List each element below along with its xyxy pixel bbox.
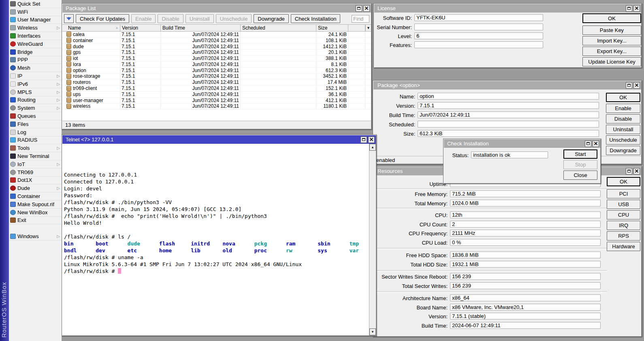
export-key-button[interactable]: Export Key... <box>582 47 641 56</box>
find-input[interactable] <box>352 15 369 23</box>
import-key-button[interactable]: Import Key... <box>582 36 641 45</box>
column-header-name[interactable]: ▲Name <box>62 25 120 31</box>
cpu-button[interactable]: CPU <box>607 210 640 220</box>
build-time-field[interactable]: Jun/07/2024 12:49:11 <box>418 111 599 118</box>
close-button[interactable]: ✕ <box>363 5 370 12</box>
sidebar-item-windows[interactable]: Windows▷ <box>9 232 62 241</box>
scroll-up-button[interactable]: ▲ <box>369 144 376 151</box>
table-row[interactable]: iot7.15.1Jun/07/2024 12:49:11388.1 KiB <box>62 55 371 62</box>
telnet-titlebar[interactable]: Telnet <7> 127.0.0.1 ✕ <box>62 135 376 144</box>
sidebar-item-user-manager[interactable]: User Manager <box>9 16 62 24</box>
resource-value-field[interactable]: 7.15.1 (stable) <box>450 313 601 320</box>
close-button[interactable]: ✕ <box>368 136 375 143</box>
resource-value-field[interactable]: 1024.0 MiB <box>450 200 601 207</box>
disable-button[interactable]: Disable <box>158 14 183 23</box>
check-installation-titlebar[interactable]: Check Installation ✕ <box>444 139 600 148</box>
name-field[interactable]: option <box>418 93 599 100</box>
table-row[interactable]: routeros7.15.1Jun/07/2024 12:49:1117.4 M… <box>62 79 371 85</box>
ok-button[interactable]: OK <box>582 13 641 23</box>
software-id-field[interactable]: YFTK-EK6U <box>414 14 543 21</box>
scroll-down-button[interactable]: ▼ <box>369 328 376 335</box>
sidebar-item-system[interactable]: System▷ <box>9 104 62 112</box>
enable-button[interactable]: Enable <box>606 104 640 113</box>
sidebar-item-wireguard[interactable]: WireGuard <box>9 40 62 48</box>
resource-value-field[interactable]: 156 239 <box>450 273 601 280</box>
package-option-titlebar[interactable]: Package <option> ✕ <box>373 81 641 90</box>
ok-button[interactable]: OK <box>606 93 640 102</box>
irq-button[interactable]: IRQ <box>607 221 640 230</box>
stop-button[interactable]: Stop <box>563 160 597 169</box>
table-row[interactable]: dude7.15.1Jun/07/2024 12:49:111412.1 KiB <box>62 44 371 50</box>
sidebar-item-mesh[interactable]: Mesh <box>9 64 62 72</box>
sidebar-item-ipv6[interactable]: IPv6▷ <box>9 80 62 88</box>
sidebar-item-wireless[interactable]: Wireless▷ <box>9 24 62 32</box>
sidebar-item-mpls[interactable]: MPLS▷ <box>9 88 62 96</box>
sidebar-item-ppp[interactable]: PPP <box>9 56 62 64</box>
table-row[interactable]: user-manager7.15.1Jun/07/2024 12:49:1141… <box>62 98 371 104</box>
sidebar-item-new-winbox[interactable]: New WinBox <box>9 209 62 217</box>
table-row[interactable]: container7.15.1Jun/07/2024 12:49:11108.1… <box>62 38 371 44</box>
column-options-button[interactable]: ▼ <box>365 25 371 31</box>
status-field[interactable]: installation is ok <box>471 151 548 158</box>
resource-value-field[interactable]: 156 239 <box>450 282 601 289</box>
uninstall-button[interactable]: Uninstall <box>186 14 214 23</box>
pci-button[interactable]: PCI <box>607 189 640 198</box>
sidebar-item-quick-set[interactable]: Quick Set <box>9 0 62 8</box>
maximize-button[interactable] <box>626 168 632 175</box>
resource-value-field[interactable]: 2024-06-07 12:49:11 <box>450 322 601 329</box>
sidebar-item-dot1x[interactable]: Dot1X <box>9 177 62 185</box>
sidebar-item-make-supout-rif[interactable]: Make Supout.rif <box>9 200 62 209</box>
sidebar-item-iot[interactable]: IoT▷ <box>9 160 62 168</box>
uninstall-button[interactable]: Uninstall <box>606 125 640 134</box>
update-license-key-button[interactable]: Update License Key <box>582 57 641 66</box>
resource-value-field[interactable]: 1836.8 MiB <box>450 251 601 258</box>
sidebar-item-bridge[interactable]: Bridge <box>9 48 62 56</box>
sidebar-item-queues[interactable]: Queues <box>9 112 62 120</box>
downgrade-button[interactable]: Downgrade <box>606 146 640 155</box>
enable-button[interactable]: Enable <box>131 14 156 23</box>
sidebar-item-interfaces[interactable]: Interfaces <box>9 32 62 40</box>
resource-value-field[interactable]: 12th <box>450 211 601 218</box>
close-button[interactable]: ✕ <box>633 82 640 89</box>
serial-number-field[interactable] <box>414 23 543 30</box>
sidebar-item-routing[interactable]: Routing▷ <box>9 96 62 104</box>
resource-value-field[interactable]: 2 <box>450 221 601 228</box>
resource-value-field[interactable]: 1932.1 MiB <box>450 261 601 268</box>
column-header-version[interactable]: Version <box>120 25 161 31</box>
resource-value-field[interactable]: x86 VMware, Inc. VMware20,1 <box>450 304 601 311</box>
table-row[interactable]: tr069-client7.15.1Jun/07/2024 12:49:1115… <box>62 85 371 92</box>
maximize-button[interactable] <box>626 5 632 12</box>
maximize-button[interactable] <box>360 136 367 143</box>
resource-value-field[interactable]: 715.2 MiB <box>450 190 601 197</box>
check-for-updates-button[interactable]: Check For Updates <box>76 14 129 23</box>
check-installation-button[interactable]: Check Installation <box>291 14 341 23</box>
sidebar-item-log[interactable]: Log <box>9 128 62 136</box>
column-header-scheduled[interactable]: Scheduled <box>241 25 316 31</box>
sidebar-item-files[interactable]: Files <box>9 120 62 128</box>
maximize-button[interactable] <box>356 5 362 12</box>
sidebar-item-tr069[interactable]: TR069 <box>9 168 62 177</box>
terminal-output[interactable]: Connecting to 127.0.0.1Connected to 127.… <box>62 144 369 335</box>
features-field[interactable] <box>414 41 543 48</box>
resource-value-field[interactable]: x86_64 <box>450 294 601 301</box>
downgrade-button[interactable]: Downgrade <box>254 14 289 23</box>
column-header-build-time[interactable]: Build Time <box>161 25 241 31</box>
close-dialog-button[interactable]: Close <box>563 170 597 180</box>
size-field[interactable]: 612.3 KiB <box>418 130 599 137</box>
close-button[interactable]: ✕ <box>633 5 640 12</box>
unschedule-button[interactable]: Unschedule <box>606 135 640 145</box>
table-row[interactable]: ups7.15.1Jun/07/2024 12:49:1136.1 KiB <box>62 92 371 98</box>
sidebar-item-tools[interactable]: Tools▷ <box>9 144 62 152</box>
ok-button[interactable]: OK <box>607 177 640 186</box>
maximize-button[interactable] <box>626 82 632 89</box>
sidebar-item-wifi[interactable]: WiFi <box>9 8 62 16</box>
start-button[interactable]: Start <box>563 149 597 159</box>
scheduled-field[interactable] <box>418 121 599 128</box>
table-row[interactable]: rose-storage7.15.1Jun/07/2024 12:49:1134… <box>62 74 371 80</box>
table-row[interactable]: gps7.15.1Jun/07/2024 12:49:1120.1 KiB <box>62 49 371 55</box>
version-field[interactable]: 7.15.1 <box>418 102 599 109</box>
sidebar-item-dude[interactable]: Dude▷ <box>9 184 62 192</box>
table-row[interactable]: option7.15.1Jun/07/2024 12:49:11612.3 Ki… <box>62 68 371 74</box>
sidebar-item-new-terminal[interactable]: New Terminal <box>9 152 62 160</box>
table-row[interactable]: calea7.15.1Jun/07/2024 12:49:1124.1 KiB <box>62 32 371 38</box>
